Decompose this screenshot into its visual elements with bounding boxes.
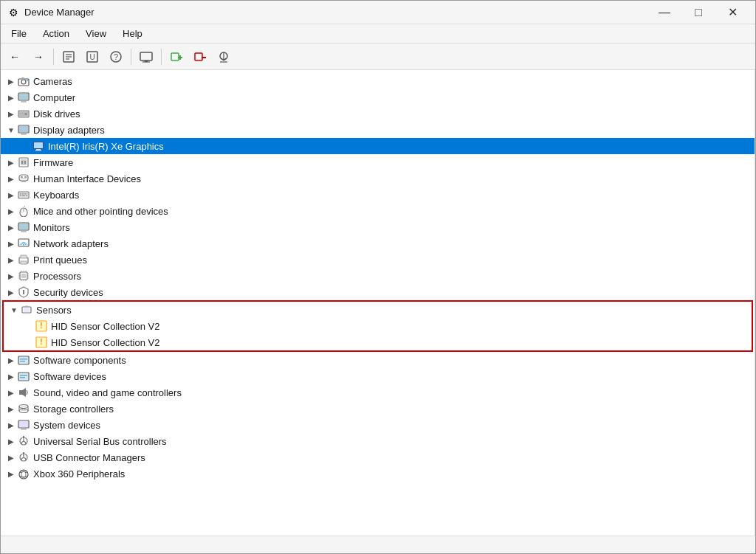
menu-view[interactable]: View <box>78 27 114 41</box>
tree-item-security[interactable]: ▶ Security devices <box>1 284 755 300</box>
tree-item-usb-serial[interactable]: ▶ Universal Serial Bus controllers <box>1 433 755 449</box>
tree-item-mice[interactable]: ▶ Mice and other pointing devices <box>1 203 755 219</box>
title-bar: ⚙ Device Manager — □ ✕ <box>1 1 755 24</box>
svg-rect-96 <box>20 359 27 360</box>
svg-point-19 <box>21 80 26 84</box>
hid-icon <box>17 172 30 185</box>
toggle-computer[interactable]: ▶ <box>5 91 17 103</box>
svg-rect-25 <box>21 100 26 102</box>
menu-help[interactable]: Help <box>115 27 150 41</box>
help-button[interactable]: ? <box>105 46 127 67</box>
toggle-system[interactable]: ▶ <box>5 419 17 431</box>
uninstall-device-button[interactable] <box>189 46 211 67</box>
toggle-software-components[interactable]: ▶ <box>5 354 17 366</box>
intel-iris-label: Intel(R) Iris(R) Xe Graphics <box>48 141 164 152</box>
svg-rect-63 <box>21 230 26 232</box>
minimize-button[interactable]: — <box>647 1 681 24</box>
svg-point-66 <box>23 244 24 246</box>
toggle-firmware[interactable]: ▶ <box>5 156 17 168</box>
tree-item-cameras[interactable]: ▶ Cameras <box>1 73 755 89</box>
tree-item-display-adapters[interactable]: ▼ Display adapters <box>1 122 755 138</box>
sensors-label: Sensors <box>36 305 72 316</box>
tree-item-monitors[interactable]: ▶ Monitors <box>1 219 755 235</box>
mice-label: Mice and other pointing devices <box>33 206 168 217</box>
toggle-network[interactable]: ▶ <box>5 238 17 249</box>
scan-hardware-button[interactable] <box>135 46 157 67</box>
intel-iris-icon <box>32 139 45 153</box>
toggle-processors[interactable]: ▶ <box>5 270 17 282</box>
system-label: System devices <box>33 420 100 431</box>
tree-item-processors[interactable]: ▶ Processors <box>1 268 755 284</box>
svg-point-118 <box>21 459 22 460</box>
toggle-storage[interactable]: ▶ <box>5 403 17 415</box>
toggle-mice[interactable]: ▶ <box>5 205 17 217</box>
usb-connector-label: USB Connector Managers <box>33 452 145 463</box>
svg-rect-53 <box>27 193 27 195</box>
tree-item-hid-sensor-1[interactable]: ▶ ! HID Sensor Collection V2 <box>4 318 752 334</box>
toggle-hid[interactable]: ▶ <box>5 173 17 184</box>
svg-point-29 <box>25 113 27 115</box>
toggle-sound[interactable]: ▶ <box>5 387 17 398</box>
tree-item-network[interactable]: ▶ Network adapters <box>1 235 755 252</box>
xbox-icon <box>17 467 30 480</box>
toolbar-separator-2 <box>131 49 131 65</box>
tree-item-sound[interactable]: ▶ Sound, video and game controllers <box>1 384 755 401</box>
window-controls: — □ ✕ <box>647 1 749 24</box>
toggle-monitors[interactable]: ▶ <box>5 221 17 233</box>
tree-item-intel-iris[interactable]: ▶ Intel(R) Iris(R) Xe Graphics <box>1 138 755 154</box>
tree-item-system[interactable]: ▶ System devices <box>1 417 755 433</box>
svg-rect-111 <box>21 428 26 429</box>
tree-item-software-components[interactable]: ▶ Software components <box>1 352 755 368</box>
svg-text:?: ? <box>114 52 118 61</box>
svg-rect-37 <box>36 149 41 150</box>
tree-item-hid-sensor-2[interactable]: ▶ ! HID Sensor Collection V2 <box>4 334 752 350</box>
toggle-print[interactable]: ▶ <box>5 254 17 266</box>
menu-action[interactable]: Action <box>35 27 77 41</box>
maximize-button[interactable]: □ <box>681 1 715 24</box>
toggle-software-devices[interactable]: ▶ <box>5 370 17 382</box>
svg-rect-101 <box>20 377 25 378</box>
close-button[interactable]: ✕ <box>715 1 749 24</box>
svg-rect-54 <box>20 195 21 197</box>
keyboards-label: Keyboards <box>33 190 79 201</box>
sound-label: Sound, video and game controllers <box>33 387 182 398</box>
toggle-security[interactable]: ▶ <box>5 286 17 298</box>
download-button[interactable] <box>213 46 235 67</box>
menu-file[interactable]: File <box>4 27 34 41</box>
toggle-disk-drives[interactable]: ▶ <box>5 108 17 120</box>
hid-label: Human Interface Devices <box>33 173 141 184</box>
svg-rect-95 <box>19 357 28 364</box>
device-tree[interactable]: ▶ Cameras ▶ Computer ▶ <box>1 70 755 536</box>
toggle-display-adapters[interactable]: ▼ <box>5 124 17 136</box>
tree-item-firmware[interactable]: ▶ Firmware <box>1 154 755 170</box>
svg-rect-46 <box>21 179 27 179</box>
add-device-button[interactable] <box>165 46 188 67</box>
tree-item-print[interactable]: ▶ Print queues <box>1 252 755 268</box>
forward-button[interactable]: → <box>27 46 49 67</box>
tree-item-disk-drives[interactable]: ▶ Disk drives <box>1 105 755 122</box>
svg-rect-33 <box>21 133 26 134</box>
svg-point-121 <box>19 470 28 479</box>
toggle-keyboards[interactable]: ▶ <box>5 189 17 201</box>
content-area: ▶ Cameras ▶ Computer ▶ <box>1 70 755 536</box>
sensors-icon <box>20 303 33 316</box>
toggle-usb-connector[interactable]: ▶ <box>5 451 17 463</box>
tree-item-software-devices[interactable]: ▶ Software devices <box>1 368 755 384</box>
toggle-sensors[interactable]: ▼ <box>8 304 20 316</box>
properties-button[interactable] <box>58 46 80 67</box>
toggle-usb-serial[interactable]: ▶ <box>5 435 17 447</box>
tree-item-hid[interactable]: ▶ Human Interface Devices <box>1 170 755 187</box>
tree-item-keyboards[interactable]: ▶ Keyboards <box>1 187 755 203</box>
update-driver-button[interactable]: U <box>81 46 103 67</box>
tree-item-usb-connector[interactable]: ▶ USB Connector Managers <box>1 449 755 465</box>
tree-item-xbox[interactable]: ▶ Xbox 360 Peripherals <box>1 465 755 482</box>
back-button[interactable]: ← <box>4 46 26 67</box>
tree-item-computer[interactable]: ▶ Computer <box>1 89 755 105</box>
toggle-cameras[interactable]: ▶ <box>5 75 17 87</box>
svg-rect-52 <box>24 193 26 195</box>
processors-label: Processors <box>33 271 81 282</box>
tree-item-sensors[interactable]: ▼ Sensors <box>4 302 752 318</box>
processors-icon <box>17 269 30 283</box>
tree-item-storage[interactable]: ▶ Storage controllers <box>1 401 755 417</box>
toggle-xbox[interactable]: ▶ <box>5 468 17 479</box>
